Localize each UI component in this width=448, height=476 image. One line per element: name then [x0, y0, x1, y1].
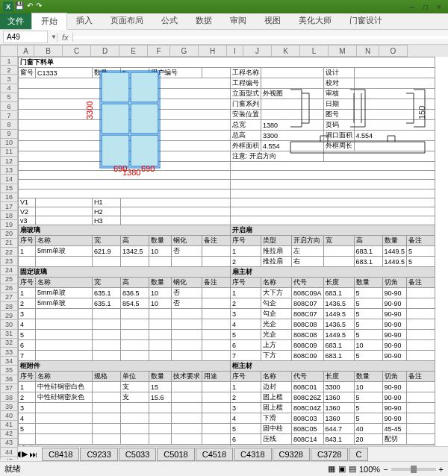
data-cell[interactable]: 10 [149, 288, 172, 298]
column-title[interactable]: 规格 [93, 372, 121, 382]
row-header[interactable]: 9 [0, 130, 18, 139]
column-header[interactable]: B [34, 45, 63, 57]
view-layout-icon[interactable]: ▣ [338, 464, 346, 474]
sheet-tab[interactable]: C9233 [80, 448, 117, 461]
data-cell[interactable]: 大下方 [261, 288, 292, 298]
data-cell[interactable] [407, 424, 435, 434]
data-cell[interactable]: 10 [149, 246, 172, 257]
cell[interactable] [19, 171, 231, 180]
value[interactable]: 5 [121, 68, 149, 78]
cell[interactable] [231, 207, 435, 216]
column-title[interactable]: 代号 [292, 372, 324, 382]
label[interactable]: 日期 [323, 99, 354, 110]
data-cell[interactable]: 808C08 [292, 330, 324, 340]
column-title[interactable]: 名称 [36, 278, 93, 288]
data-cell[interactable] [407, 434, 435, 445]
data-cell[interactable] [172, 392, 202, 403]
data-cell[interactable] [202, 351, 231, 361]
data-cell[interactable]: 683.1 [323, 351, 354, 361]
data-cell[interactable]: 5 [354, 392, 382, 403]
data-cell[interactable] [172, 257, 202, 267]
cell[interactable] [19, 99, 231, 110]
column-title[interactable]: 序号 [19, 372, 36, 382]
data-cell[interactable]: 15.6 [149, 392, 172, 403]
column-title[interactable]: 序号 [231, 278, 261, 288]
label[interactable]: 洞口面积 [323, 131, 354, 141]
data-cell[interactable] [149, 309, 172, 319]
data-cell[interactable]: 836.5 [121, 288, 149, 298]
cell[interactable] [121, 207, 231, 216]
section-header[interactable]: 框附件 [19, 361, 231, 372]
data-cell[interactable]: 光企 [261, 319, 292, 330]
column-title[interactable]: 代号 [292, 278, 324, 288]
data-cell[interactable]: 1360 [323, 403, 354, 413]
row-header[interactable]: 37 [0, 384, 18, 393]
data-cell[interactable]: 4 [231, 319, 261, 330]
cell[interactable] [354, 99, 435, 110]
data-cell[interactable] [149, 257, 172, 267]
column-header[interactable]: O [379, 45, 408, 57]
data-cell[interactable]: 808C03 [292, 413, 324, 424]
data-cell[interactable]: 1449.5 [382, 257, 407, 267]
zoom-slider[interactable] [391, 468, 436, 471]
data-cell[interactable]: 5 [19, 330, 36, 340]
data-cell[interactable] [121, 309, 149, 319]
column-header[interactable]: J [243, 45, 272, 57]
section-header[interactable]: 框主材 [231, 361, 435, 372]
data-cell[interactable]: 3 [19, 403, 36, 413]
data-cell[interactable]: 90-90 [382, 413, 407, 424]
label[interactable]: 总宽 [231, 120, 261, 131]
data-cell[interactable]: 边封 [261, 382, 292, 392]
cell[interactable]: H1 [93, 198, 121, 207]
column-title[interactable]: 备注 [407, 236, 435, 246]
close-button[interactable]: × [433, 1, 445, 12]
save-icon[interactable]: 💾 [15, 1, 24, 10]
worksheet-area[interactable]: ABCDEFGHIJKLMNO 123456789101112131415161… [0, 45, 448, 460]
data-cell[interactable]: 否 [172, 246, 202, 257]
data-cell[interactable] [202, 288, 231, 298]
data-cell[interactable] [407, 351, 435, 361]
row-header[interactable]: 31 [0, 330, 18, 339]
data-cell[interactable]: 1 [19, 382, 36, 392]
data-cell[interactable]: 2 [19, 392, 36, 403]
cell[interactable] [354, 110, 435, 120]
column-header[interactable]: C [63, 45, 91, 57]
data-cell[interactable]: 3 [231, 309, 261, 319]
column-title[interactable]: 数量 [354, 372, 382, 382]
label[interactable]: 页码 [323, 120, 354, 131]
data-cell[interactable]: 下滑 [261, 413, 292, 424]
row-header[interactable]: 27 [0, 293, 18, 302]
data-cell[interactable] [93, 382, 121, 392]
data-cell[interactable] [93, 434, 121, 445]
row-header[interactable]: 1 [0, 57, 18, 66]
data-cell[interactable]: 5 [354, 298, 382, 309]
row-header[interactable]: 42 [0, 430, 18, 439]
data-cell[interactable] [323, 246, 354, 257]
data-cell[interactable] [36, 309, 93, 319]
column-header[interactable]: I [227, 45, 243, 57]
data-cell[interactable] [36, 319, 93, 330]
data-cell[interactable] [407, 288, 435, 298]
data-cell[interactable]: 5 [354, 319, 382, 330]
data-cell[interactable] [202, 298, 231, 309]
data-cell[interactable]: 10 [149, 298, 172, 309]
data-cell[interactable]: 5 [231, 424, 261, 434]
data-cell[interactable] [407, 413, 435, 424]
tab-nav-next-icon[interactable]: ▶ [22, 449, 28, 459]
data-cell[interactable]: 7 [19, 351, 36, 361]
data-cell[interactable] [149, 403, 172, 413]
data-cell[interactable]: 4 [19, 413, 36, 424]
data-cell[interactable]: 支 [121, 382, 149, 392]
cell[interactable] [231, 162, 435, 171]
row-header[interactable]: 36 [0, 375, 18, 384]
data-cell[interactable]: 683.1 [323, 288, 354, 298]
data-cell[interactable] [202, 403, 231, 413]
data-cell[interactable] [172, 382, 202, 392]
column-title[interactable]: 用途 [202, 372, 231, 382]
data-cell[interactable] [121, 434, 149, 445]
data-cell[interactable]: 固中柱 [261, 424, 292, 434]
sheet-tab[interactable]: C5033 [119, 448, 156, 461]
cell[interactable] [231, 180, 435, 189]
sheet-tab[interactable]: C3728 [311, 448, 348, 461]
cell[interactable] [36, 207, 93, 216]
